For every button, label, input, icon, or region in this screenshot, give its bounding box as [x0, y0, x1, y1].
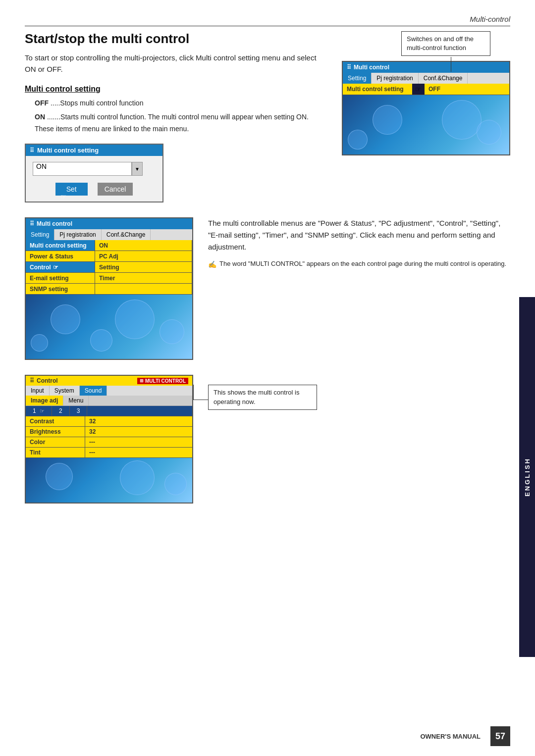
middle-section: ⠿ Multi control Setting Pj registration …: [25, 217, 510, 360]
ctrl-submenu-row: Image adj Menu: [26, 396, 192, 406]
bubble4: [348, 130, 368, 150]
mc-full-title-text: Multi control: [37, 220, 72, 227]
off-label: OFF: [35, 99, 49, 107]
ctrl-data-row-2: Color ---: [26, 437, 192, 448]
set-button[interactable]: Set ☞: [55, 183, 88, 196]
mc-panel-top: ⠿ Multi control Setting Pj registration …: [342, 61, 510, 155]
subsection-title: Multi control setting: [25, 85, 327, 94]
ctrl-tab-1[interactable]: 1 ☞: [26, 406, 52, 416]
mc-full-bubble4: [31, 334, 48, 352]
mc-cell-value-0: ON: [95, 240, 192, 251]
ctrl-tab-2[interactable]: 2: [52, 406, 70, 416]
mc-cell-label-4: SNMP setting: [26, 284, 95, 295]
ctrl-label-brightness: Brightness: [26, 427, 85, 437]
mc-full-title: ⠿ Multi control: [26, 218, 192, 229]
owners-manual-label: OWNER'S MANUAL: [420, 733, 481, 740]
mc-full-tab-setting[interactable]: Setting: [26, 229, 54, 240]
mc-cell-value-4: [95, 284, 192, 295]
note-content: The word "MULTI CONTROL" appears on the …: [219, 259, 506, 270]
sidebar-label: ENGLISH: [524, 457, 531, 497]
ctrl-value-brightness: 32: [85, 427, 192, 437]
ctrl-data-row-3: Tint ---: [26, 448, 192, 458]
dialog-setting: ⠿ Multi control setting ON ▼ Set ☞: [25, 144, 163, 202]
mc-panel-full: ⠿ Multi control Setting Pj registration …: [25, 217, 193, 360]
mc-row-setting: Multi control setting ☞ OFF: [343, 84, 509, 95]
mc-full-row-1: Power & Status PC Adj: [26, 251, 192, 262]
multi-control-badge: ⊞ MULTI CONTROL: [137, 378, 188, 384]
cancel-button[interactable]: Cancel: [98, 183, 133, 196]
mc-cell-value-1: PC Adj: [95, 251, 192, 262]
ctrl-panel: ⠿ Control ⊞ MULTI CONTROL Input System S…: [25, 375, 193, 504]
mc-tab-setting[interactable]: Setting: [343, 73, 372, 84]
top-section: Start/stop the multi control To start or…: [25, 31, 510, 202]
dialog-select-arrow[interactable]: ▼: [132, 162, 143, 176]
top-right: Switches on and off the multi-control fu…: [342, 31, 510, 202]
mc-full-bubble1: [51, 304, 80, 334]
mc-full-row-0: Multi control setting ON: [26, 240, 192, 251]
mc-tab-conf[interactable]: Conf.&Change: [419, 73, 468, 84]
ctrl-title-left: ⠿ Control: [30, 377, 58, 384]
badge-text: MULTI CONTROL: [145, 378, 186, 384]
mc-tab-pj[interactable]: Pj registration: [372, 73, 418, 84]
ctrl-bubble1: [46, 463, 73, 490]
ctrl-tab-3[interactable]: 3: [70, 406, 88, 416]
dialog-select[interactable]: ON: [33, 162, 132, 176]
section2-text: The multi controllable menus are "Power …: [208, 217, 510, 253]
list-item-off: OFF .....Stops multi control function: [35, 98, 327, 109]
mc-full-row-2: Control ☞ Setting: [26, 262, 192, 273]
mc-cell-label-2: Control ☞: [26, 262, 95, 273]
mc-full-tab-pj[interactable]: Pj registration: [54, 229, 101, 240]
bubble1: [373, 105, 402, 135]
mc-full-row-3: E-mail setting Timer: [26, 273, 192, 284]
on-label: ON: [35, 113, 45, 121]
mc-full-tab-conf[interactable]: Conf.&Change: [102, 229, 151, 240]
cancel-button-label: Cancel: [105, 185, 126, 193]
callout-h-line: [193, 400, 208, 400]
ctrl-title-bar: ⠿ Control ⊞ MULTI CONTROL: [26, 376, 192, 386]
bottom-callout-text: This shows the multi control is operatin…: [214, 389, 299, 405]
off-desc: .....Stops multi control function: [51, 99, 144, 107]
ctrl-sub-imageadj[interactable]: Image adj: [26, 396, 63, 405]
dialog-body: ON ▼ Set ☞ Cancel: [26, 156, 162, 202]
on-desc: .......Starts multi control function. Th…: [35, 113, 309, 133]
ctrl-icon: ⠿: [30, 377, 34, 384]
callout-area: Switches on and off the multi-control fu…: [342, 31, 510, 56]
middle-left: ⠿ Multi control Setting Pj registration …: [25, 217, 193, 360]
bottom-callout-box: This shows the multi control is operatin…: [208, 385, 317, 409]
mc-title: Multi control: [354, 64, 389, 71]
ctrl-nav-input[interactable]: Input: [26, 386, 50, 396]
note-icon: ✍: [208, 259, 216, 270]
ctrl-tab-row: 1 ☞ 2 3: [26, 406, 192, 416]
page-number: 57: [490, 726, 510, 746]
page-header: Multi-control: [25, 15, 510, 26]
bottom-right: This shows the multi control is operatin…: [208, 375, 510, 504]
mc-row-value: OFF: [425, 84, 509, 95]
mc-full-bubble5: [90, 329, 112, 352]
dialog-option: ON: [36, 162, 47, 170]
mc-cell-value-2: Setting: [95, 262, 192, 273]
ctrl-data-row-1: Brightness 32: [26, 427, 192, 437]
callout-v-line: [193, 385, 194, 400]
mc-full-bg: [26, 295, 192, 359]
section-intro: To start or stop controlling the multi-p…: [25, 52, 327, 75]
ctrl-nav-row: Input System Sound: [26, 386, 192, 396]
ctrl-label-color: Color: [26, 437, 85, 447]
top-left: Start/stop the multi control To start or…: [25, 31, 327, 202]
ctrl-nav-sound[interactable]: Sound: [80, 386, 107, 396]
middle-right: The multi controllable menus are "Power …: [208, 217, 510, 360]
ctrl-nav-system[interactable]: System: [50, 386, 80, 396]
ctrl-bubble2: [120, 460, 155, 495]
ctrl-label-contrast: Contrast: [26, 416, 85, 426]
ctrl-sub-menu[interactable]: Menu: [63, 396, 89, 405]
ctrl-bubble3: [164, 473, 187, 495]
ctrl-value-color: ---: [85, 437, 192, 447]
set-button-label: Set: [66, 185, 77, 193]
text-list: OFF .....Stops multi control function ON…: [35, 98, 327, 135]
mc-full-row-4: SNMP setting: [26, 284, 192, 295]
mc-full-bubble2: [115, 300, 155, 339]
mc-full-bubble3: [160, 319, 184, 344]
callout-line: [451, 57, 451, 72]
ctrl-bg: [26, 458, 192, 503]
sidebar-english: ENGLISH: [519, 297, 535, 657]
page-container: Multi-control Start/stop the multi contr…: [0, 0, 535, 756]
